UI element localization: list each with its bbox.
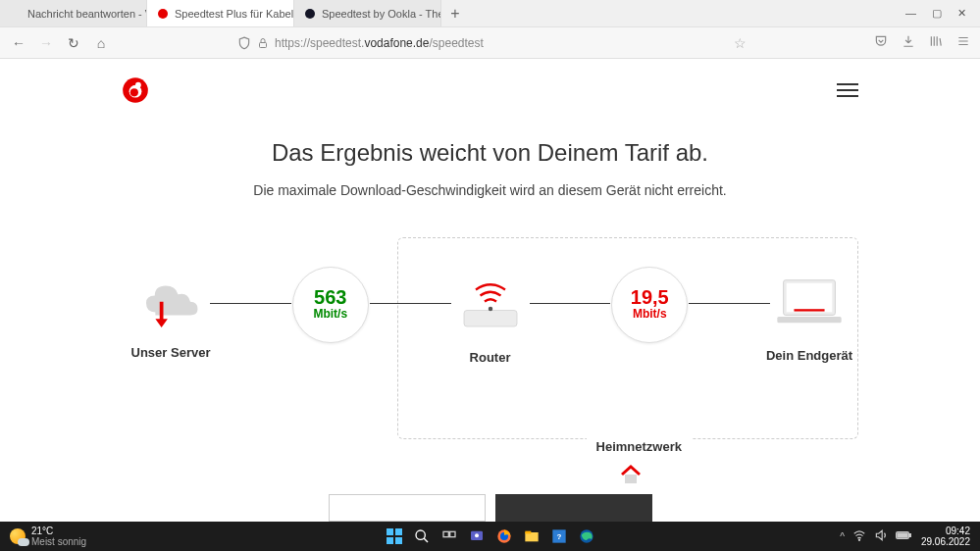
- svg-rect-12: [794, 309, 824, 311]
- forward-button[interactable]: →: [37, 35, 55, 51]
- svg-rect-10: [787, 282, 833, 312]
- browser-tab-2[interactable]: Speedtest by Ookla - The Globa ×: [294, 0, 441, 26]
- new-tab-button[interactable]: +: [441, 0, 469, 26]
- result-heading: Das Ergebnis weicht von Deinem Tarif ab.: [0, 139, 980, 167]
- library-icon[interactable]: [929, 34, 943, 52]
- svg-rect-20: [443, 531, 448, 536]
- save-pocket-icon[interactable]: [874, 34, 888, 52]
- shield-icon[interactable]: [237, 36, 251, 50]
- battery-icon[interactable]: [896, 529, 911, 543]
- bookmark-star-icon[interactable]: ☆: [734, 35, 747, 51]
- tab-label: Speedtest by Ookla - The Globa: [322, 8, 441, 20]
- svg-point-4: [130, 88, 138, 96]
- browser-toolbar: ← → ↻ ⌂ https://speedtest.vodafone.de/sp…: [0, 27, 980, 59]
- task-view-icon[interactable]: [440, 527, 458, 545]
- svg-rect-13: [625, 475, 637, 483]
- back-button[interactable]: ←: [10, 35, 27, 51]
- tab-favicon: [10, 8, 22, 20]
- svg-rect-11: [777, 317, 841, 323]
- hamburger-menu-button[interactable]: [837, 79, 858, 101]
- svg-point-18: [416, 530, 425, 539]
- device-label: Dein Endgerät: [766, 348, 852, 363]
- menu-icon[interactable]: [956, 34, 970, 52]
- svg-rect-27: [525, 531, 531, 534]
- lan-speed-value: 19,5: [631, 287, 669, 307]
- tab-label: Nachricht beantworten - Vodafone: [27, 8, 147, 20]
- lan-speed-node: 19,5 Mbit/s: [600, 267, 698, 371]
- page-content: Das Ergebnis weicht von Deinem Tarif ab.…: [0, 59, 980, 522]
- firefox-icon[interactable]: [495, 527, 513, 545]
- server-node: Unser Server: [122, 278, 220, 360]
- home-network-label: Heimnetzwerk: [587, 435, 692, 458]
- downloads-icon[interactable]: [902, 34, 915, 52]
- tab-favicon-vodafone: [157, 8, 169, 20]
- maximize-button[interactable]: ▢: [932, 7, 942, 20]
- wifi-icon[interactable]: [852, 528, 866, 544]
- taskbar-center: ?: [386, 527, 595, 545]
- weather-temp: 21°C: [31, 526, 86, 536]
- svg-rect-0: [260, 42, 267, 47]
- cloud-icon: [136, 278, 205, 327]
- windows-taskbar: 21°C Meist sonnig ? ^: [0, 522, 980, 551]
- site-header: [0, 59, 980, 122]
- house-icon: [619, 463, 643, 490]
- file-explorer-icon[interactable]: [523, 527, 541, 545]
- browser-titlebar: Nachricht beantworten - Vodafone × Speed…: [0, 0, 980, 27]
- wan-speed-node: 563 Mbit/s: [282, 267, 380, 371]
- connector-line: [689, 303, 770, 304]
- result-subheading: Die maximale Download-Geschwindigkeit wi…: [0, 182, 980, 198]
- speed-diagram: Unser Server 563 Mbit/s: [122, 267, 858, 371]
- start-button[interactable]: [386, 527, 403, 545]
- url-text: https://speedtest.vodafone.de/speedtest: [275, 36, 484, 50]
- svg-rect-15: [395, 528, 402, 535]
- clock-date: 29.06.2022: [921, 536, 970, 547]
- svg-marker-6: [155, 319, 168, 327]
- svg-rect-26: [525, 532, 538, 541]
- svg-point-31: [858, 539, 859, 540]
- taskbar-weather-widget[interactable]: 21°C Meist sonnig: [10, 526, 86, 547]
- minimize-button[interactable]: —: [905, 7, 916, 20]
- svg-point-23: [475, 533, 479, 537]
- search-icon[interactable]: [413, 527, 431, 545]
- primary-button[interactable]: [495, 494, 652, 522]
- window-controls: — ▢ ✕: [892, 7, 980, 20]
- reload-button[interactable]: ↻: [65, 35, 82, 51]
- svg-text:?: ?: [556, 532, 561, 541]
- lock-icon[interactable]: [257, 37, 269, 49]
- tab-favicon-ookla: [304, 8, 316, 20]
- close-window-button[interactable]: ✕: [957, 7, 966, 20]
- action-buttons: [329, 494, 652, 522]
- laptop-icon: [771, 276, 848, 330]
- wan-speed-unit: Mbit/s: [313, 307, 347, 323]
- lan-speed-badge: 19,5 Mbit/s: [611, 267, 688, 343]
- taskbar-clock[interactable]: 09:42 29.06.2022: [921, 526, 970, 547]
- svg-rect-34: [898, 533, 907, 537]
- browser-tabs: Nachricht beantworten - Vodafone × Speed…: [0, 0, 892, 26]
- lan-speed-unit: Mbit/s: [633, 307, 667, 323]
- url-bar[interactable]: https://speedtest.vodafone.de/speedtest …: [120, 35, 864, 51]
- svg-rect-21: [449, 531, 454, 536]
- connector-line: [370, 303, 451, 304]
- edge-icon[interactable]: [578, 527, 595, 545]
- volume-icon[interactable]: [874, 528, 888, 544]
- wan-speed-badge: 563 Mbit/s: [292, 267, 369, 343]
- svg-point-8: [488, 306, 492, 311]
- router-icon: [452, 274, 529, 332]
- browser-tab-1[interactable]: Speedtest Plus für Kabel- und D ×: [147, 0, 294, 26]
- system-tray: ^: [840, 528, 911, 544]
- svg-rect-33: [909, 534, 910, 537]
- svg-line-19: [424, 538, 428, 542]
- connector-line: [210, 303, 291, 304]
- svg-point-3: [135, 82, 141, 88]
- weather-icon: [10, 528, 26, 544]
- home-button[interactable]: ⌂: [92, 35, 110, 51]
- toolbar-right: [874, 34, 970, 52]
- tray-overflow-icon[interactable]: ^: [840, 531, 845, 542]
- browser-tab-0[interactable]: Nachricht beantworten - Vodafone ×: [0, 0, 147, 26]
- tab-label: Speedtest Plus für Kabel- und D: [175, 8, 294, 20]
- secondary-button[interactable]: [329, 494, 486, 522]
- chat-icon[interactable]: [468, 527, 486, 545]
- app-icon-blue[interactable]: ?: [550, 527, 568, 545]
- vodafone-logo[interactable]: [122, 76, 149, 104]
- device-node: Dein Endgerät: [760, 276, 858, 363]
